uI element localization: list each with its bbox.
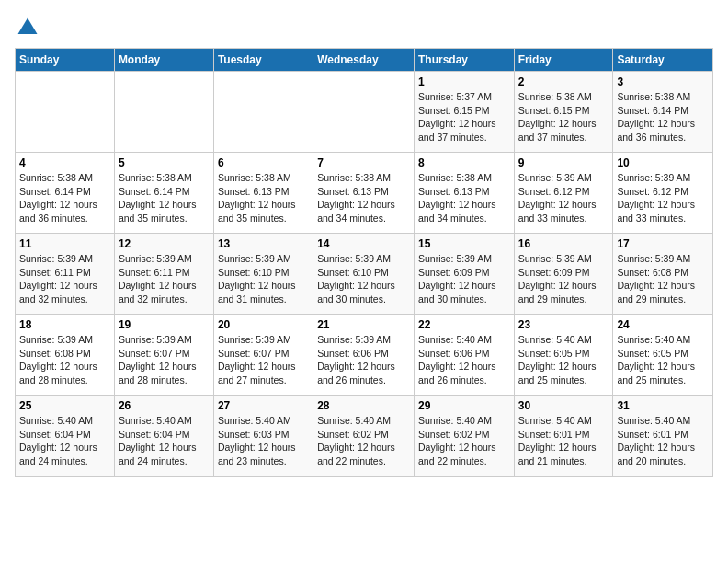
calendar-week-row: 4Sunrise: 5:38 AM Sunset: 6:14 PM Daylig… xyxy=(16,153,713,234)
day-number: 4 xyxy=(19,156,110,169)
day-number: 10 xyxy=(617,156,709,169)
calendar-body: 1Sunrise: 5:37 AM Sunset: 6:15 PM Daylig… xyxy=(16,72,713,477)
day-info: Sunrise: 5:40 AM Sunset: 6:05 PM Dayligh… xyxy=(518,333,609,387)
day-number: 29 xyxy=(418,399,510,412)
calendar-week-row: 18Sunrise: 5:39 AM Sunset: 6:08 PM Dayli… xyxy=(16,315,713,396)
page-header xyxy=(15,15,713,40)
logo-icon xyxy=(15,15,40,40)
calendar-cell: 8Sunrise: 5:38 AM Sunset: 6:13 PM Daylig… xyxy=(414,153,514,234)
calendar-cell: 30Sunrise: 5:40 AM Sunset: 6:01 PM Dayli… xyxy=(514,396,613,477)
calendar-table: SundayMondayTuesdayWednesdayThursdayFrid… xyxy=(15,48,713,477)
day-info: Sunrise: 5:39 AM Sunset: 6:06 PM Dayligh… xyxy=(317,333,410,387)
day-number: 26 xyxy=(119,399,210,412)
day-number: 22 xyxy=(418,318,510,331)
day-info: Sunrise: 5:40 AM Sunset: 6:02 PM Dayligh… xyxy=(317,414,410,468)
calendar-cell: 29Sunrise: 5:40 AM Sunset: 6:02 PM Dayli… xyxy=(414,396,514,477)
calendar-cell: 2Sunrise: 5:38 AM Sunset: 6:15 PM Daylig… xyxy=(514,72,613,153)
day-number: 3 xyxy=(617,75,709,88)
calendar-cell: 22Sunrise: 5:40 AM Sunset: 6:06 PM Dayli… xyxy=(414,315,514,396)
day-number: 31 xyxy=(617,399,709,412)
day-info: Sunrise: 5:39 AM Sunset: 6:12 PM Dayligh… xyxy=(617,171,709,225)
calendar-cell: 20Sunrise: 5:39 AM Sunset: 6:07 PM Dayli… xyxy=(213,315,313,396)
day-info: Sunrise: 5:40 AM Sunset: 6:04 PM Dayligh… xyxy=(119,414,210,468)
day-info: Sunrise: 5:38 AM Sunset: 6:14 PM Dayligh… xyxy=(617,90,709,144)
logo xyxy=(15,15,44,40)
day-number: 8 xyxy=(418,156,510,169)
day-info: Sunrise: 5:39 AM Sunset: 6:10 PM Dayligh… xyxy=(218,252,309,306)
weekday-row: SundayMondayTuesdayWednesdayThursdayFrid… xyxy=(16,49,713,72)
calendar-cell: 15Sunrise: 5:39 AM Sunset: 6:09 PM Dayli… xyxy=(414,234,514,315)
day-info: Sunrise: 5:39 AM Sunset: 6:09 PM Dayligh… xyxy=(418,252,510,306)
day-info: Sunrise: 5:39 AM Sunset: 6:11 PM Dayligh… xyxy=(19,252,110,306)
day-info: Sunrise: 5:39 AM Sunset: 6:12 PM Dayligh… xyxy=(518,171,609,225)
calendar-cell: 24Sunrise: 5:40 AM Sunset: 6:05 PM Dayli… xyxy=(613,315,713,396)
calendar-cell: 10Sunrise: 5:39 AM Sunset: 6:12 PM Dayli… xyxy=(613,153,713,234)
day-number: 27 xyxy=(218,399,309,412)
day-info: Sunrise: 5:40 AM Sunset: 6:03 PM Dayligh… xyxy=(218,414,309,468)
day-number: 11 xyxy=(19,237,110,250)
calendar-cell: 14Sunrise: 5:39 AM Sunset: 6:10 PM Dayli… xyxy=(313,234,415,315)
day-info: Sunrise: 5:39 AM Sunset: 6:07 PM Dayligh… xyxy=(218,333,309,387)
calendar-cell: 17Sunrise: 5:39 AM Sunset: 6:08 PM Dayli… xyxy=(613,234,713,315)
day-number: 12 xyxy=(119,237,210,250)
day-info: Sunrise: 5:38 AM Sunset: 6:13 PM Dayligh… xyxy=(317,171,410,225)
day-number: 21 xyxy=(317,318,410,331)
day-info: Sunrise: 5:40 AM Sunset: 6:06 PM Dayligh… xyxy=(418,333,510,387)
day-info: Sunrise: 5:40 AM Sunset: 6:05 PM Dayligh… xyxy=(617,333,709,387)
calendar-cell xyxy=(16,72,115,153)
day-info: Sunrise: 5:38 AM Sunset: 6:14 PM Dayligh… xyxy=(119,171,210,225)
calendar-week-row: 1Sunrise: 5:37 AM Sunset: 6:15 PM Daylig… xyxy=(16,72,713,153)
day-info: Sunrise: 5:39 AM Sunset: 6:08 PM Dayligh… xyxy=(617,252,709,306)
calendar-cell: 27Sunrise: 5:40 AM Sunset: 6:03 PM Dayli… xyxy=(213,396,313,477)
day-info: Sunrise: 5:39 AM Sunset: 6:11 PM Dayligh… xyxy=(119,252,210,306)
weekday-header: Sunday xyxy=(16,49,115,72)
calendar-cell: 31Sunrise: 5:40 AM Sunset: 6:01 PM Dayli… xyxy=(613,396,713,477)
day-number: 1 xyxy=(418,75,510,88)
calendar-week-row: 11Sunrise: 5:39 AM Sunset: 6:11 PM Dayli… xyxy=(16,234,713,315)
weekday-header: Monday xyxy=(114,49,213,72)
day-number: 30 xyxy=(518,399,609,412)
day-number: 28 xyxy=(317,399,410,412)
calendar-cell xyxy=(114,72,213,153)
day-info: Sunrise: 5:39 AM Sunset: 6:08 PM Dayligh… xyxy=(19,333,110,387)
day-number: 15 xyxy=(418,237,510,250)
calendar-cell: 1Sunrise: 5:37 AM Sunset: 6:15 PM Daylig… xyxy=(414,72,514,153)
calendar-cell: 9Sunrise: 5:39 AM Sunset: 6:12 PM Daylig… xyxy=(514,153,613,234)
day-number: 9 xyxy=(518,156,609,169)
day-number: 24 xyxy=(617,318,709,331)
day-number: 2 xyxy=(518,75,609,88)
calendar-week-row: 25Sunrise: 5:40 AM Sunset: 6:04 PM Dayli… xyxy=(16,396,713,477)
day-number: 25 xyxy=(19,399,110,412)
calendar-cell: 26Sunrise: 5:40 AM Sunset: 6:04 PM Dayli… xyxy=(114,396,213,477)
calendar-cell: 13Sunrise: 5:39 AM Sunset: 6:10 PM Dayli… xyxy=(213,234,313,315)
day-number: 6 xyxy=(218,156,309,169)
day-info: Sunrise: 5:39 AM Sunset: 6:07 PM Dayligh… xyxy=(119,333,210,387)
calendar-cell: 7Sunrise: 5:38 AM Sunset: 6:13 PM Daylig… xyxy=(313,153,415,234)
day-info: Sunrise: 5:39 AM Sunset: 6:10 PM Dayligh… xyxy=(317,252,410,306)
day-info: Sunrise: 5:40 AM Sunset: 6:01 PM Dayligh… xyxy=(617,414,709,468)
day-number: 16 xyxy=(518,237,609,250)
weekday-header: Saturday xyxy=(613,49,713,72)
calendar-cell: 6Sunrise: 5:38 AM Sunset: 6:13 PM Daylig… xyxy=(213,153,313,234)
calendar-cell xyxy=(313,72,415,153)
day-number: 17 xyxy=(617,237,709,250)
day-info: Sunrise: 5:40 AM Sunset: 6:01 PM Dayligh… xyxy=(518,414,609,468)
day-number: 14 xyxy=(317,237,410,250)
calendar-cell: 21Sunrise: 5:39 AM Sunset: 6:06 PM Dayli… xyxy=(313,315,415,396)
calendar-cell: 12Sunrise: 5:39 AM Sunset: 6:11 PM Dayli… xyxy=(114,234,213,315)
day-info: Sunrise: 5:38 AM Sunset: 6:13 PM Dayligh… xyxy=(218,171,309,225)
day-info: Sunrise: 5:38 AM Sunset: 6:13 PM Dayligh… xyxy=(418,171,510,225)
day-info: Sunrise: 5:39 AM Sunset: 6:09 PM Dayligh… xyxy=(518,252,609,306)
weekday-header: Wednesday xyxy=(313,49,415,72)
calendar-cell: 23Sunrise: 5:40 AM Sunset: 6:05 PM Dayli… xyxy=(514,315,613,396)
day-number: 13 xyxy=(218,237,309,250)
day-number: 18 xyxy=(19,318,110,331)
day-info: Sunrise: 5:37 AM Sunset: 6:15 PM Dayligh… xyxy=(418,90,510,144)
day-number: 7 xyxy=(317,156,410,169)
calendar-cell: 19Sunrise: 5:39 AM Sunset: 6:07 PM Dayli… xyxy=(114,315,213,396)
weekday-header: Thursday xyxy=(414,49,514,72)
day-info: Sunrise: 5:38 AM Sunset: 6:14 PM Dayligh… xyxy=(19,171,110,225)
calendar-cell: 18Sunrise: 5:39 AM Sunset: 6:08 PM Dayli… xyxy=(16,315,115,396)
calendar-cell: 28Sunrise: 5:40 AM Sunset: 6:02 PM Dayli… xyxy=(313,396,415,477)
calendar-cell: 5Sunrise: 5:38 AM Sunset: 6:14 PM Daylig… xyxy=(114,153,213,234)
